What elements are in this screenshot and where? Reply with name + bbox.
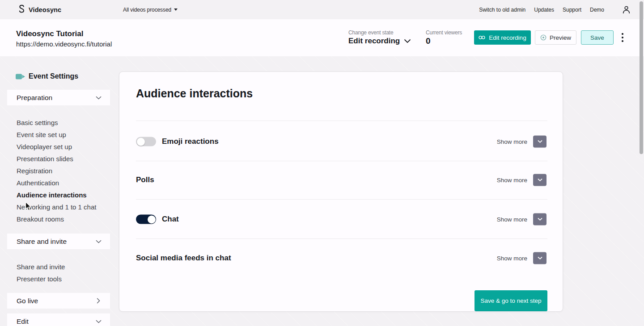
section-label: Go live	[17, 297, 38, 305]
section-label: Edit	[17, 318, 29, 326]
chat-toggle[interactable]	[136, 215, 156, 224]
sidebar-section-edit[interactable]: Edit	[7, 313, 110, 326]
sidebar-item-event-site-set-up[interactable]: Event site set up	[17, 129, 96, 141]
sidebar-item-videoplayer-set-up[interactable]: Videoplayer set up	[17, 141, 96, 153]
event-header: Videosync Tutorial https://demo.videosyn…	[0, 19, 644, 56]
show-more-label[interactable]: Show more	[497, 177, 527, 184]
videos-processed-label: All videos processed	[123, 7, 171, 13]
chevron-down-icon	[96, 320, 102, 323]
divider	[136, 121, 547, 121]
preview-label: Preview	[550, 34, 571, 41]
sidebar-title: Event Settings	[29, 72, 78, 80]
preview-button[interactable]: Preview	[535, 30, 576, 45]
sidebar-section-go-live[interactable]: Go live	[7, 293, 110, 309]
mouse-cursor	[25, 201, 32, 211]
page-title: Videosync Tutorial	[16, 29, 84, 38]
link-switch-to-old-admin[interactable]: Switch to old admin	[479, 7, 525, 13]
divider	[136, 238, 547, 239]
section-label: Share and invite	[17, 238, 67, 246]
divider	[136, 199, 547, 200]
page-url: https://demo.videosync.fi/tutorial	[16, 40, 112, 48]
edit-recording-label: Edit recording	[489, 34, 526, 41]
current-viewers-label: Current viewers	[426, 29, 462, 36]
show-more-chevron-button[interactable]	[533, 174, 547, 186]
kebab-menu-icon[interactable]	[622, 33, 623, 42]
emoji-reactions-toggle[interactable]	[136, 137, 156, 146]
show-more-chevron-button[interactable]	[533, 252, 547, 264]
recording-icon	[479, 35, 485, 40]
show-more-label[interactable]: Show more	[497, 216, 527, 223]
show-more-label[interactable]: Show more	[497, 138, 527, 145]
preview-icon	[540, 34, 547, 41]
share-items: Share and invite Presenter tools	[17, 261, 65, 285]
row-label-social-media: Social media feeds in chat	[136, 254, 231, 263]
sidebar-item-presenter-tools[interactable]: Presenter tools	[17, 273, 65, 285]
row-label-emoji-reactions: Emoji reactions	[162, 137, 219, 146]
row-label-chat: Chat	[162, 215, 179, 224]
divider	[136, 161, 547, 161]
chevron-down-icon	[404, 39, 411, 43]
sidebar-item-authentication[interactable]: Authentication	[17, 177, 96, 189]
event-state-dropdown[interactable]: Edit recording	[348, 37, 411, 46]
content-heading: Audience interactions	[136, 87, 253, 100]
event-state-label: Change event state	[348, 29, 393, 36]
logo-text: Videosync	[29, 6, 61, 13]
show-more-label[interactable]: Show more	[497, 255, 527, 262]
row-label-polls: Polls	[136, 176, 154, 184]
sidebar-item-share-and-invite[interactable]: Share and invite	[17, 261, 65, 273]
sidebar-item-audience-interactions[interactable]: Audience interactions	[17, 189, 96, 201]
save-label: Save	[590, 34, 604, 41]
current-viewers-count: 0	[426, 36, 431, 46]
scrollbar-thumb[interactable]	[640, 1, 643, 154]
event-state-value: Edit recording	[348, 37, 400, 46]
sidebar-section-share-and-invite[interactable]: Share and invite	[7, 234, 110, 249]
save-button[interactable]: Save	[581, 30, 614, 45]
link-support[interactable]: Support	[563, 7, 581, 13]
link-updates[interactable]: Updates	[534, 7, 554, 13]
sidebar-section-preparation[interactable]: Preparation	[7, 90, 110, 105]
sidebar-header: Event Settings	[16, 72, 78, 80]
videosync-logo-icon	[18, 4, 25, 14]
chevron-right-icon	[97, 298, 100, 304]
chevron-down-icon	[96, 96, 102, 100]
user-icon[interactable]	[623, 6, 630, 14]
link-demo[interactable]: Demo	[590, 7, 604, 13]
videos-processed-dropdown[interactable]: All videos processed	[123, 0, 178, 19]
content-card: Audience interactions Emoji reactions Sh…	[119, 71, 563, 312]
section-label: Preparation	[17, 94, 52, 102]
sidebar-item-presentation-slides[interactable]: Presentation slides	[17, 153, 96, 165]
sidebar-item-breakout-rooms[interactable]: Breakout rooms	[17, 213, 96, 225]
show-more-chevron-button[interactable]	[533, 136, 547, 148]
show-more-chevron-button[interactable]	[533, 213, 547, 226]
caret-down-icon	[174, 8, 178, 11]
top-bar: Videosync All videos processed Switch to…	[0, 0, 644, 19]
edit-recording-button[interactable]: Edit recording	[474, 30, 531, 45]
chevron-down-icon	[96, 240, 102, 243]
sidebar-item-registration[interactable]: Registration	[17, 165, 96, 177]
logo[interactable]: Videosync	[18, 0, 61, 19]
save-next-step-button[interactable]: Save & go to next step	[475, 290, 547, 311]
sidebar-item-basic-settings[interactable]: Basic settings	[17, 117, 96, 129]
video-camera-icon	[16, 74, 25, 79]
